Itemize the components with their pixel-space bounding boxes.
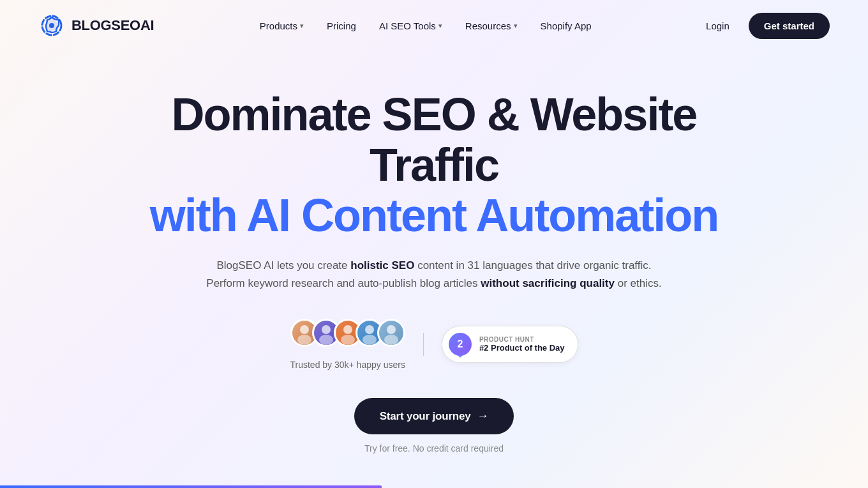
chevron-down-icon: ▾ [300, 22, 304, 30]
blogseo-logo-icon [38, 12, 65, 39]
svg-point-5 [297, 335, 311, 345]
hero-title-line2: with AI Content Automation [108, 190, 760, 241]
start-journey-label: Start your journey [380, 410, 471, 423]
navbar: BLOGSEOAI Products ▾ Pricing AI SEO Tool… [0, 0, 868, 51]
hero-title: Dominate SEO & Website Traffic with AI C… [108, 89, 760, 241]
nav-products[interactable]: Products ▾ [251, 15, 313, 36]
svg-point-9 [341, 335, 355, 345]
product-hunt-text: PRODUCT HUNT #2 Product of the Day [479, 336, 565, 353]
nav-pricing[interactable]: Pricing [318, 15, 365, 36]
start-journey-button[interactable]: Start your journey → [354, 398, 514, 434]
get-started-button[interactable]: Get started [749, 13, 830, 39]
progress-bar [0, 485, 382, 488]
subtitle-text4: or ethics. [615, 277, 662, 289]
svg-point-8 [343, 325, 352, 334]
hero-title-line1: Dominate SEO & Website Traffic [172, 89, 697, 190]
subtitle-text3: Perform keyword research and auto-publis… [206, 277, 481, 289]
product-hunt-badge[interactable]: 2 PRODUCT HUNT #2 Product of the Day [442, 326, 578, 363]
arrow-right-icon: → [477, 409, 489, 423]
svg-point-7 [319, 335, 333, 345]
social-proof-area: Trusted by 30k+ happy users 2 PRODUCT HU… [108, 319, 760, 370]
user-avatars [290, 319, 405, 347]
product-hunt-label: PRODUCT HUNT [479, 336, 565, 343]
divider [423, 333, 424, 356]
chevron-down-icon: ▾ [438, 22, 442, 30]
nav-actions: Login Get started [697, 13, 830, 39]
svg-point-13 [384, 335, 398, 345]
trusted-users-text: Trusted by 30k+ happy users [290, 360, 405, 370]
login-button[interactable]: Login [697, 15, 738, 36]
svg-point-11 [363, 335, 377, 345]
subtitle-bold2: without sacrificing quality [481, 277, 615, 289]
logo[interactable]: BLOGSEOAI [38, 12, 154, 39]
hero-section: Dominate SEO & Website Traffic with AI C… [83, 51, 785, 479]
svg-point-3 [49, 23, 54, 28]
nav-links: Products ▾ Pricing AI SEO Tools ▾ Resour… [251, 15, 601, 36]
hero-subtitle: BlogSEO AI lets you create holistic SEO … [108, 257, 760, 294]
svg-point-6 [322, 325, 331, 334]
subtitle-text2: content in 31 languages that drive organ… [414, 259, 651, 271]
nav-resources[interactable]: Resources ▾ [456, 15, 527, 36]
subtitle-text1: BlogSEO AI lets you create [216, 259, 350, 271]
nav-ai-seo-tools[interactable]: AI SEO Tools ▾ [370, 15, 451, 36]
svg-point-10 [365, 325, 374, 334]
nav-shopify-app[interactable]: Shopify App [532, 15, 601, 36]
svg-point-4 [300, 325, 309, 334]
cta-area: Start your journey → Try for free. No cr… [108, 398, 760, 454]
avatar [377, 319, 405, 347]
product-hunt-title: #2 Product of the Day [479, 343, 565, 353]
free-trial-text: Try for free. No credit card required [364, 443, 504, 454]
subtitle-bold1: holistic SEO [350, 259, 414, 271]
chevron-down-icon: ▾ [514, 22, 518, 30]
logo-text: BLOGSEOAI [71, 17, 154, 34]
product-hunt-number: 2 [449, 333, 472, 356]
svg-point-12 [387, 325, 396, 334]
